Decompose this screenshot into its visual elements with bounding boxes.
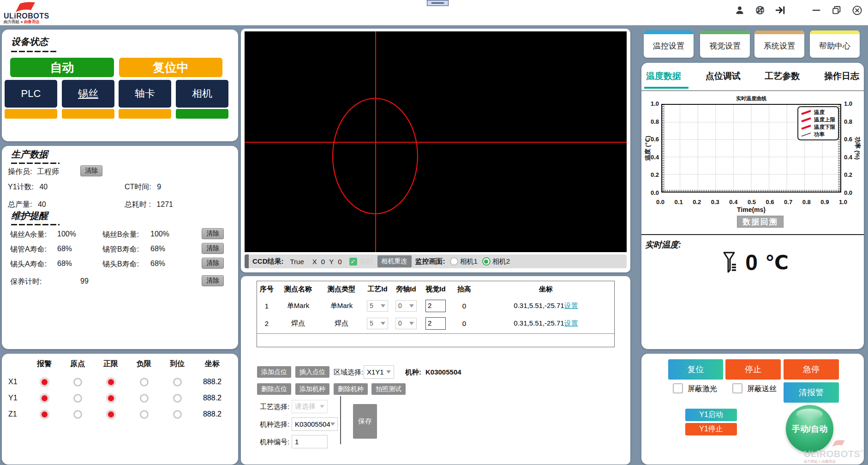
y1-stop-button[interactable]: Y1停止 (685, 423, 737, 435)
logout-icon[interactable] (775, 5, 786, 16)
tipA-label: 锡头A寿命: (10, 260, 47, 269)
add-model-button[interactable]: 添加机种 (295, 383, 329, 395)
monitor-label: 监控画面: (415, 257, 445, 266)
chevron-down-icon (386, 370, 391, 374)
close-icon[interactable] (851, 5, 862, 16)
chart-legend: 温度温度上限温度下限功率 (797, 106, 839, 140)
model-number-input[interactable]: 1 (292, 435, 328, 448)
mask-laser-checkbox[interactable]: ✓ (673, 383, 683, 393)
window-drag-handle[interactable] (427, 0, 449, 6)
operator-clear-button[interactable]: 清除 (80, 165, 102, 176)
legend-mark-icon (801, 109, 812, 115)
craft-id-dropdown[interactable]: 5 (367, 318, 388, 329)
wire-clear-button[interactable]: 清除 (202, 228, 224, 239)
delete-point-button[interactable]: 删除点位 (257, 383, 291, 395)
model-select-dropdown[interactable]: K03005504 (292, 417, 338, 431)
solder-wire-button[interactable]: 锡丝 (62, 80, 114, 108)
tab-temperature-data[interactable]: 温度数据 (646, 70, 681, 82)
col-neg-limit: 负限 (127, 359, 161, 369)
set-coordinate-link[interactable]: 设置 (564, 319, 578, 327)
camera-reconnect-button[interactable]: 相机重连 (377, 255, 412, 267)
device-status-title: 设备状态 (11, 36, 48, 48)
axis-name: Z1 (6, 410, 28, 418)
tubeA-value: 68% (57, 245, 72, 253)
vision-id-input[interactable]: 2 (425, 317, 446, 330)
ccd-result-bar: CCD结果: True X 0 Y 0 ✓ 实时 相机重连 监控画面: 相机1 … (245, 254, 627, 268)
legend-mark-icon (801, 132, 812, 137)
vision-id-input[interactable]: 2 (425, 300, 446, 312)
camera-button[interactable]: 相机 (176, 80, 228, 108)
plc-button[interactable]: PLC (5, 80, 57, 108)
ct-time-label: CT时间: (125, 183, 151, 191)
set-coordinate-link[interactable]: 设置 (564, 302, 578, 309)
y1-count-value: 40 (39, 183, 48, 191)
tab-temp-settings[interactable]: 温控设置 (644, 30, 694, 58)
neg-limit-indicator (140, 410, 149, 419)
photo-test-button[interactable]: 拍照测试 (371, 383, 406, 395)
resetting-state-button[interactable]: 复位中 (119, 58, 222, 77)
legend-label: 温度 (814, 109, 825, 116)
side-axis-dropdown[interactable]: 0 (395, 318, 417, 329)
tab-label: 温控设置 (644, 34, 694, 58)
camera1-radio[interactable] (450, 257, 458, 266)
wireA-label: 锡丝A余量: (10, 230, 47, 240)
service-clear-button[interactable]: 清除 (202, 275, 224, 286)
y1-start-button[interactable]: Y1启动 (685, 409, 737, 421)
clear-alarm-button[interactable]: 清报警 (784, 382, 839, 403)
add-point-button[interactable]: 添加点位 (257, 366, 291, 378)
tab-craft-params[interactable]: 工艺参数 (765, 70, 800, 82)
chart-title: 实时温度曲线 (661, 95, 841, 102)
camera2-radio[interactable] (482, 257, 491, 266)
stop-button[interactable]: 停止 (725, 359, 781, 380)
service-timer-value: 99 (80, 277, 89, 285)
col-point-type: 测点类型 (320, 285, 363, 294)
tip-clear-button[interactable]: 清除 (202, 258, 224, 269)
lift-value: 0 (451, 320, 478, 327)
chevron-down-icon (320, 405, 324, 408)
service-timer-label: 保养计时: (10, 277, 42, 287)
point-row-1: 1 单Mark 单Mark 5 0 2 0 0.31,5.51,-25.71设置 (257, 297, 614, 314)
auto-mode-button[interactable]: 自动 (10, 58, 114, 77)
alarm-indicator (40, 410, 49, 419)
in-position-indicator (173, 378, 182, 386)
tab-operation-log[interactable]: 操作日志 (824, 70, 859, 82)
estop-button[interactable]: 急停 (784, 359, 839, 380)
device-status-panel: 设备状态 自动 复位中 PLC 锡丝 轴卡 相机 (2, 30, 238, 141)
globe-icon[interactable] (754, 5, 766, 16)
tab-point-debug[interactable]: 点位调试 (706, 70, 741, 82)
camera-view[interactable] (245, 31, 627, 252)
point-row-2: 2 焊点 焊点 5 0 2 0 0.31,5.51,-25.71设置 (257, 314, 614, 332)
delete-model-button[interactable]: 删除机种 (334, 383, 368, 395)
realtime-checkbox[interactable]: ✓ (349, 258, 357, 266)
tab-system-settings[interactable]: 系统设置 (754, 30, 804, 58)
y1-count: Y1计数: 40 (8, 182, 48, 192)
x-axis-ticks: 0.00.10.20.30.40.50.60.70.80.91.0 (654, 199, 849, 205)
minimize-icon[interactable] (811, 5, 822, 16)
axis-status-panel: 报警 原点 正限 负限 到位 坐标 X1 888.2 Y1 888.2 Z1 (2, 354, 238, 465)
lift-value: 0 (451, 302, 478, 310)
axis-card-button[interactable]: 轴卡 (119, 80, 171, 108)
tipA-value: 68% (57, 260, 72, 268)
user-icon[interactable] (734, 5, 745, 16)
x-axis-title: Time(ms) (661, 206, 841, 213)
restore-icon[interactable] (831, 5, 842, 16)
data-backtrack-button[interactable]: 数据回溯 (737, 216, 784, 228)
save-button[interactable]: 保存 (353, 404, 377, 439)
side-axis-value: 0 (398, 302, 402, 309)
area-select-dropdown[interactable]: X1Y1 (364, 365, 394, 379)
insert-point-button[interactable]: 插入点位 (295, 366, 329, 378)
mask-wire-checkbox[interactable]: ✓ (732, 383, 742, 393)
origin-indicator (73, 410, 82, 419)
craft-select-dropdown[interactable]: 请选择 (292, 400, 328, 413)
y-axis-title-left: 温度 (℃) (644, 130, 652, 167)
axis-coordinate: 888.2 (194, 410, 231, 418)
production-panel: 生产数据 操作员: 工程师 清除 Y1计数: 40 CT时间: 9 总产量: 4… (2, 146, 238, 349)
logo-slogan: 由力而起 ● 由善而达 (4, 19, 40, 25)
tab-vision-settings[interactable]: 视觉设置 (700, 30, 750, 58)
tube-clear-button[interactable]: 清除 (202, 243, 224, 254)
operator-row: 操作员: 工程师 (8, 167, 59, 177)
tab-help-center[interactable]: 帮助中心 (810, 30, 860, 58)
side-axis-dropdown[interactable]: 0 (395, 300, 417, 312)
reset-button[interactable]: 复位 (668, 359, 723, 380)
craft-id-dropdown[interactable]: 5 (367, 300, 388, 312)
